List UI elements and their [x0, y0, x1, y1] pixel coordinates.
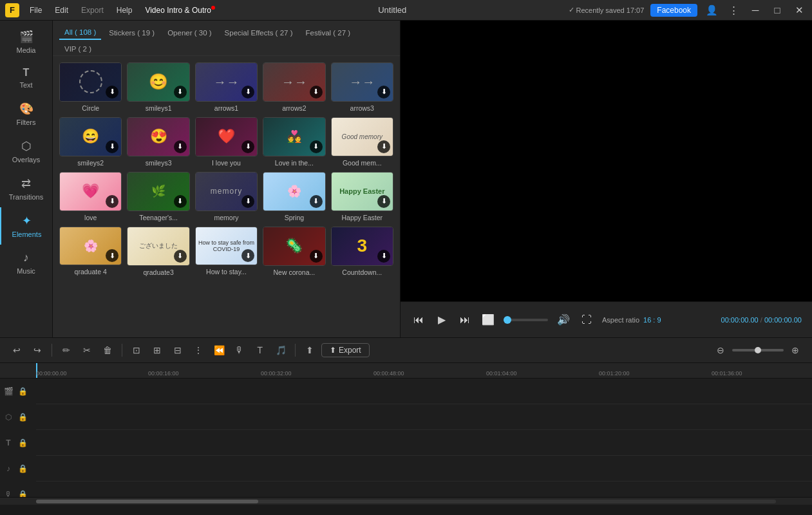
- zoom-in-timeline-button[interactable]: ⊕: [786, 341, 804, 359]
- menu-export[interactable]: Export: [76, 5, 109, 16]
- tab-opener[interactable]: Opener ( 30 ): [162, 26, 216, 39]
- tab-festival[interactable]: Festival ( 27 ): [300, 26, 355, 39]
- split-button[interactable]: ⋮: [189, 341, 207, 359]
- progress-bar[interactable]: [504, 319, 548, 321]
- download-btn-lovein[interactable]: ⬇: [310, 140, 323, 153]
- multi-button[interactable]: ⊟: [169, 341, 187, 359]
- zoom-slider[interactable]: [732, 349, 784, 351]
- rewind-tool-button[interactable]: ⏪: [210, 341, 228, 359]
- facebook-button[interactable]: Facebook: [650, 4, 697, 17]
- download-btn-love[interactable]: ⬇: [106, 195, 118, 208]
- sidebar-item-overlays[interactable]: ⬡ Overlays: [0, 133, 52, 170]
- thumb-goodmem: Good memory⬇: [331, 117, 393, 156]
- sidebar-item-media[interactable]: 🎬 Media: [0, 23, 52, 61]
- grid-item-newcorona[interactable]: 🦠⬇New corona...: [263, 227, 325, 276]
- timeline-scrollbar-track[interactable]: [36, 500, 776, 503]
- more-options-icon[interactable]: ⋮: [726, 3, 741, 18]
- menu-edit[interactable]: Edit: [50, 5, 73, 16]
- text-effect-button[interactable]: Ꭲ: [251, 341, 269, 359]
- edit-button[interactable]: ✏: [57, 341, 75, 359]
- menu-file[interactable]: File: [24, 5, 47, 16]
- grid-item-graduate3[interactable]: ございました⬇qraduate3: [127, 227, 189, 276]
- sidebar-item-text[interactable]: T Text: [0, 61, 52, 95]
- cut-button[interactable]: ✂: [78, 341, 96, 359]
- sidebar-item-elements[interactable]: ✦ Elements: [0, 207, 52, 245]
- tab-vip[interactable]: VIP ( 2 ): [59, 42, 97, 55]
- undo-button[interactable]: ↩: [8, 341, 26, 359]
- crop-button[interactable]: ⊡: [127, 341, 146, 359]
- app-logo: F: [5, 3, 19, 17]
- grid-item-goodmem[interactable]: Good memory⬇Good mem...: [331, 117, 393, 167]
- ruler-mark-5: 00:01:20:00: [599, 370, 630, 377]
- grid-item-arrows3[interactable]: →→⬇arrows3: [331, 62, 393, 112]
- forward-button[interactable]: ⏭: [457, 312, 473, 328]
- menu-video-intro[interactable]: Video Intro & Outro: [140, 5, 216, 16]
- timeline-scrollbar-thumb[interactable]: [36, 500, 258, 503]
- download-btn-easter[interactable]: ⬇: [377, 195, 390, 208]
- grid-item-circle[interactable]: ⬇Circle: [59, 62, 122, 112]
- zoom-crop-button[interactable]: ⊞: [148, 341, 166, 359]
- tab-stickers[interactable]: Stickers ( 19 ): [104, 26, 160, 39]
- text-track-lock[interactable]: 🔒: [17, 437, 28, 449]
- export-button[interactable]: ⬆ Export: [321, 343, 370, 357]
- redo-button[interactable]: ↪: [28, 341, 46, 359]
- overlay-track-lock[interactable]: 🔒: [17, 411, 28, 423]
- menu-help[interactable]: Help: [111, 5, 138, 16]
- tab-all[interactable]: All ( 108 ): [59, 26, 101, 40]
- grid-item-iloveyou[interactable]: ❤️⬇I love you: [195, 117, 258, 167]
- grid-item-countdown[interactable]: ★3⬇Countdown...: [331, 227, 393, 276]
- grid-item-easter[interactable]: Happy Easter⬇Happy Easter: [331, 172, 393, 221]
- export-icon-button[interactable]: ⬆: [301, 341, 319, 359]
- volume-icon[interactable]: 🔊: [556, 312, 571, 328]
- grid-item-lovein[interactable]: 💑⬇Love in the...: [263, 117, 325, 167]
- download-btn-graduate3[interactable]: ⬇: [174, 250, 187, 263]
- progress-handle[interactable]: [504, 316, 511, 324]
- download-btn-spring[interactable]: ⬇: [310, 195, 323, 208]
- audio-button[interactable]: 🎵: [272, 341, 290, 359]
- download-btn-smileys3[interactable]: ⬇: [174, 140, 187, 153]
- rewind-button[interactable]: ⏮: [411, 312, 426, 328]
- download-btn-newcorona[interactable]: ⬇: [310, 250, 323, 263]
- download-btn-smileys2[interactable]: ⬇: [106, 140, 118, 153]
- minimize-button[interactable]: ─: [748, 3, 763, 18]
- music-track: ♪ 🔒: [36, 456, 812, 482]
- download-btn-smileys1[interactable]: ⬇: [174, 86, 187, 98]
- grid-item-graduate4[interactable]: 🌸⬇qraduate 4: [59, 227, 122, 276]
- grid-item-love[interactable]: 💗⬇love: [59, 172, 122, 221]
- stop-button[interactable]: ⬜: [480, 312, 496, 328]
- download-btn-teenager[interactable]: ⬇: [174, 195, 187, 208]
- music-track-lock[interactable]: 🔒: [17, 463, 28, 474]
- record-button[interactable]: 🎙: [231, 341, 249, 359]
- grid-item-arrows1[interactable]: →→⬇arrows1: [195, 62, 258, 112]
- grid-item-smileys1[interactable]: 😊⬇smileys1: [127, 62, 189, 112]
- elements-icon: ✦: [22, 214, 32, 228]
- download-btn-arrows1[interactable]: ⬇: [241, 86, 254, 98]
- delete-button[interactable]: 🗑: [99, 341, 117, 359]
- zoom-out-timeline-button[interactable]: ⊖: [712, 341, 730, 359]
- download-btn-arrows3[interactable]: ⬇: [377, 86, 390, 98]
- close-button[interactable]: ✕: [791, 3, 807, 18]
- download-btn-iloveyou[interactable]: ⬇: [241, 140, 254, 153]
- user-icon[interactable]: 👤: [704, 3, 719, 18]
- sidebar-item-filters[interactable]: 🎨 Filters: [0, 95, 52, 133]
- grid-item-memory[interactable]: memory⬇memory: [195, 172, 258, 221]
- voiceover-track-lock[interactable]: 🔒: [17, 489, 28, 498]
- maximize-button[interactable]: □: [770, 3, 785, 18]
- grid-item-smileys3[interactable]: 😍⬇smileys3: [127, 117, 189, 167]
- grid-item-teenager[interactable]: 🌿⬇Teenager's...: [127, 172, 189, 221]
- grid-item-howtostay[interactable]: How to stay safe from COVID-19⬇How to st…: [195, 227, 258, 276]
- fullscreen-icon[interactable]: ⛶: [579, 312, 594, 328]
- sidebar-item-music[interactable]: ♪ Music: [0, 245, 52, 281]
- grid-item-arrows2[interactable]: →→⬇arrows2: [263, 62, 325, 112]
- grid-item-smileys2[interactable]: 😄⬇smileys2: [59, 117, 122, 167]
- grid-item-spring[interactable]: 🌸⬇Spring: [263, 172, 325, 221]
- download-btn-goodmem[interactable]: ⬇: [377, 140, 390, 153]
- sidebar-item-transitions[interactable]: ⇄ Transitions: [0, 170, 52, 207]
- download-btn-arrows2[interactable]: ⬇: [310, 86, 323, 98]
- tab-special[interactable]: Special Effects ( 27 ): [220, 26, 298, 39]
- video-track-lock[interactable]: 🔒: [17, 386, 28, 397]
- download-btn-countdown[interactable]: ⬇: [377, 250, 390, 263]
- item-label-love: love: [59, 214, 122, 221]
- download-btn-memory[interactable]: ⬇: [241, 195, 254, 208]
- play-button[interactable]: ▶: [434, 312, 449, 328]
